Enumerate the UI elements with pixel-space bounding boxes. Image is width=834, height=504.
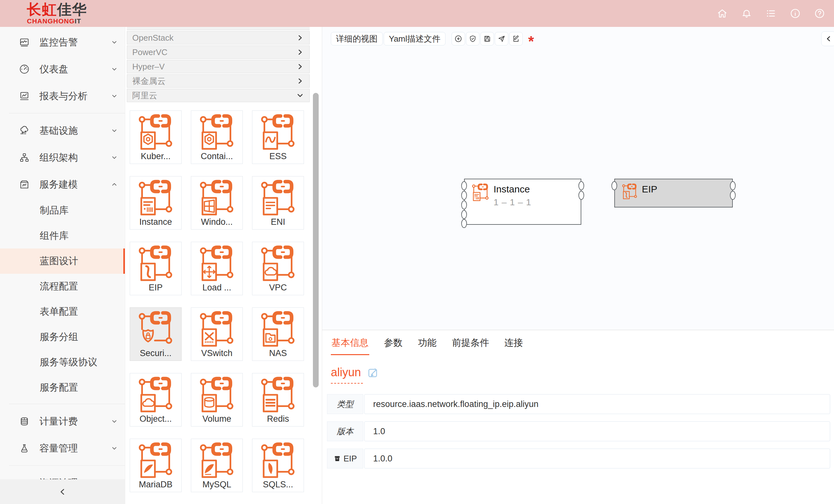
tab-parameters[interactable]: 参数: [383, 335, 403, 355]
accordion-aliyun[interactable]: 阿里云: [127, 89, 310, 102]
sidebar-item-component-repository[interactable]: 组件库: [0, 223, 125, 248]
sidebar-item-reports-analysis[interactable]: 报表与分析: [0, 83, 125, 110]
accordion-hyperv[interactable]: Hyper–V: [127, 60, 310, 73]
accordion-openstack[interactable]: OpenStack: [127, 31, 310, 44]
tile-instance[interactable]: Instance: [130, 176, 182, 229]
sidebar-item-service-modeling[interactable]: 服务建模: [0, 171, 125, 198]
tile-eip[interactable]: EIP: [130, 242, 182, 295]
sidebar-item-process-config[interactable]: 流程配置: [0, 274, 125, 299]
sidebar-item-service-group[interactable]: 服务分组: [0, 324, 125, 350]
tab-functions[interactable]: 功能: [417, 335, 437, 355]
node-port-right[interactable]: [730, 191, 736, 200]
toolbar-validate-button[interactable]: [466, 32, 480, 45]
sidebar-divider: [9, 113, 125, 113]
sidebar-item-organization[interactable]: 组织架构: [0, 144, 125, 171]
node-port-left[interactable]: [461, 191, 467, 200]
brand-logo-en: CHANGHONGIT: [27, 17, 87, 25]
header-actions: [716, 7, 826, 20]
tile-nas[interactable]: NAS: [252, 307, 304, 361]
tile-sqlserver[interactable]: SQLS...: [252, 439, 304, 492]
about-button[interactable]: [789, 7, 801, 20]
toolbar-back-button[interactable]: [452, 32, 465, 45]
chev-left-icon: [58, 487, 67, 497]
sidebar-item-metering-billing[interactable]: 计量计费: [0, 408, 125, 435]
tile-label: Kuber...: [140, 151, 170, 161]
right-panel-collapse-button[interactable]: [821, 31, 834, 46]
toolbar-publish-button[interactable]: [495, 32, 508, 45]
tile-mysql[interactable]: MySQL: [191, 439, 243, 492]
sidebar-item-infrastructure[interactable]: 基础设施: [0, 117, 125, 144]
tile-label: VPC: [269, 283, 287, 293]
sidebar-item-service-config[interactable]: 服务配置: [0, 375, 125, 400]
task-list-button[interactable]: [765, 7, 777, 20]
monitor-alert-icon: [19, 37, 30, 48]
sidebar-item-capacity-management[interactable]: 容量管理: [0, 435, 125, 462]
notifications-button[interactable]: [741, 7, 753, 20]
sidebar-item-blueprint-design[interactable]: 蓝图设计: [0, 248, 125, 274]
tile-kubernetes[interactable]: Kuber...: [130, 110, 182, 164]
tab-basic-info[interactable]: 基本信息: [331, 335, 369, 355]
node-instance[interactable]: Instance1 – 1 – 1: [464, 179, 581, 225]
org-structure-icon: [19, 152, 30, 163]
node-eip[interactable]: EIP: [614, 179, 733, 207]
node-port-left[interactable]: [461, 200, 467, 210]
tile-windows[interactable]: Windo...: [191, 176, 243, 229]
sidebar-item-service-level-agreement[interactable]: 服务等级协议: [0, 350, 125, 375]
properties-panel: 基本信息参数功能前提条件连接 aliyun 类型resource.iaas.ne…: [322, 330, 834, 504]
toolbar-save-button[interactable]: [480, 32, 494, 45]
node-port-right[interactable]: [730, 181, 736, 190]
node-port-left[interactable]: [461, 181, 467, 190]
accordion-baremetal-cloud[interactable]: 裸金属云: [127, 74, 310, 88]
toolbar-button-yaml-file[interactable]: Yaml描述文件: [384, 32, 445, 45]
sidebar-collapse-bar[interactable]: [0, 479, 125, 504]
chev-up-icon: [111, 181, 118, 188]
node-port-right[interactable]: [578, 191, 584, 200]
tile-security-group[interactable]: Securi...: [130, 307, 182, 361]
tile-load-balancer[interactable]: Load ...: [191, 242, 243, 295]
tile-vpc[interactable]: VPC: [252, 242, 304, 295]
service-modeling-icon: [19, 179, 30, 190]
palette-scrollbar[interactable]: [313, 93, 319, 388]
field-eip-value[interactable]: 1.0.0: [364, 448, 830, 468]
field-version-value[interactable]: 1.0: [364, 421, 830, 441]
sidebar-item-form-config[interactable]: 表单配置: [0, 299, 125, 324]
tile-eni[interactable]: ENI: [252, 176, 304, 229]
tile-label: Securi...: [140, 348, 171, 358]
node-port-left[interactable]: [611, 181, 617, 190]
metering-billing-icon: [19, 416, 30, 427]
blueprint-canvas[interactable]: 详细的视图Yaml描述文件* Instance1 – 1 – 1EIP: [322, 27, 834, 330]
node-port-left[interactable]: [461, 210, 467, 219]
field-type-value[interactable]: resource.iaas.network.floating_ip.eip.al…: [364, 394, 830, 414]
edit-name-button[interactable]: [367, 366, 379, 379]
infrastructure-cloud-icon: [19, 125, 30, 136]
tile-mariadb[interactable]: MariaDB: [130, 439, 182, 492]
node-port-right[interactable]: [578, 181, 584, 190]
sidebar-item-monitor-alert[interactable]: 监控告警: [0, 29, 125, 56]
component-icon: [259, 245, 297, 282]
tile-container[interactable]: Contai...: [191, 110, 243, 164]
toolbar-button-detailed-view[interactable]: 详细的视图: [331, 32, 383, 45]
tile-volume[interactable]: Volume: [191, 373, 243, 426]
app-root: 长虹佳华 CHANGHONGIT 监控告警仪表盘报表与分析基础设施组织架构服务建…: [0, 0, 834, 504]
accordion-powervc[interactable]: PowerVC: [127, 45, 310, 59]
component-icon: [198, 245, 236, 282]
home-button[interactable]: [716, 7, 728, 20]
sidebar: 监控告警仪表盘报表与分析基础设施组织架构服务建模制品库组件库蓝图设计流程配置表单…: [0, 27, 125, 504]
send-icon: [498, 35, 506, 43]
tile-object-storage[interactable]: Object...: [130, 373, 182, 426]
sidebar-item-label: 仪表盘: [39, 63, 111, 76]
tile-ess[interactable]: ESS: [252, 110, 304, 164]
required-asterisk: *: [528, 33, 534, 44]
tab-preconditions[interactable]: 前提条件: [451, 335, 490, 355]
sidebar-item-artifact-repository[interactable]: 制品库: [0, 198, 125, 223]
toolbar-edit-draft-button[interactable]: [509, 32, 523, 45]
help-button[interactable]: [813, 7, 826, 20]
tile-vswitch[interactable]: VSwitch: [191, 307, 243, 361]
shield-check-icon: [468, 35, 477, 43]
sidebar-item-label: 报表与分析: [39, 90, 111, 103]
node-port-left[interactable]: [461, 219, 467, 228]
tab-connections[interactable]: 连接: [504, 335, 524, 355]
sidebar-item-dashboard[interactable]: 仪表盘: [0, 56, 125, 83]
component-icon: [259, 113, 297, 151]
tile-redis[interactable]: Redis: [252, 373, 304, 426]
